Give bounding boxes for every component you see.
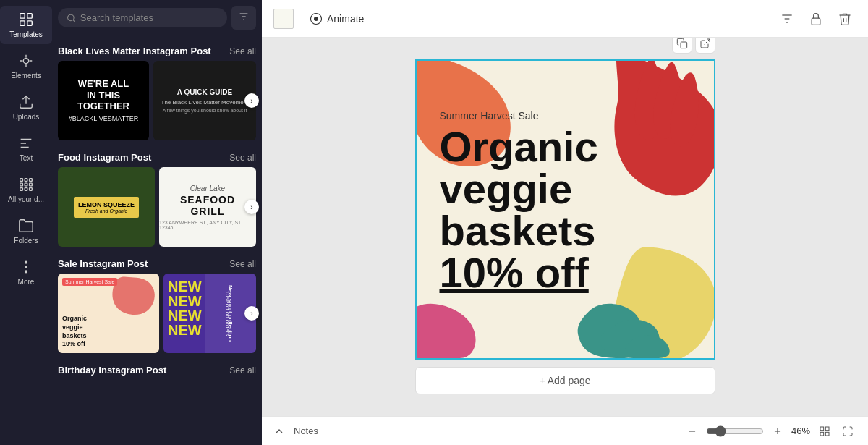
- canvas-frame[interactable]: Summer Harvest Sale Organic veggie baske…: [415, 59, 715, 360]
- svg-rect-2: [20, 21, 25, 25]
- apps-icon: [18, 177, 34, 192]
- blm-next-arrow[interactable]: ›: [244, 93, 259, 108]
- grid-view-button[interactable]: [816, 423, 833, 440]
- svg-rect-6: [20, 179, 23, 182]
- zoom-out-button[interactable]: [684, 423, 700, 439]
- sidebar-label-uploads: Uploads: [13, 113, 40, 121]
- section-birthday-see-all[interactable]: See all: [229, 365, 256, 376]
- sale-template-row: Summer Harvest Sale Organic veggie baske…: [58, 274, 256, 353]
- sidebar-item-more[interactable]: More: [0, 253, 52, 292]
- notes-label: Notes: [294, 425, 318, 436]
- filter-button[interactable]: [231, 6, 256, 30]
- bottom-right: 46%: [684, 423, 856, 440]
- blm-guide-body: A few things you should know about it: [161, 108, 249, 113]
- canvas-line4: 10% off: [440, 252, 598, 294]
- plus-icon: [773, 426, 783, 436]
- blm-template-1[interactable]: WE'RE ALL IN THIS TOGETHER #BLACKLIVESMA…: [58, 61, 149, 140]
- templates-scroll: Black Lives Matter Instagram Post See al…: [52, 35, 262, 445]
- search-bar: [52, 0, 262, 35]
- filter-top-icon: [780, 12, 794, 26]
- blm-guide-sub: The Black Lives Matter Movement: [161, 99, 249, 106]
- svg-rect-10: [25, 183, 27, 186]
- canvas-line1: Organic: [440, 126, 598, 168]
- sale-template-2[interactable]: NEW NEW NEW NEW New sport collection 10%…: [163, 274, 256, 353]
- food-template-row: LEMON SQUEEZE Fresh and Organic Clear La…: [58, 167, 256, 247]
- grid-view-icon: [819, 425, 830, 437]
- add-page-button[interactable]: + Add page: [415, 367, 715, 394]
- sidebar-label-templates: Templates: [9, 30, 43, 38]
- zoom-slider[interactable]: [706, 425, 764, 437]
- dots-icon: [18, 259, 34, 275]
- canvas-actions: [672, 38, 715, 54]
- chevron-up-icon: [273, 425, 285, 437]
- section-blm-see-all[interactable]: See all: [229, 46, 256, 56]
- sidebar-item-all[interactable]: All your d...: [0, 171, 52, 209]
- food-template-2[interactable]: Clear Lake SEAFOODGRILL 123 ANYWHERE ST.…: [159, 167, 256, 247]
- filter-icon: [238, 11, 250, 22]
- zoom-level: 46%: [791, 425, 810, 436]
- zoom-in-button[interactable]: [770, 423, 786, 439]
- sidebar-label-text: Text: [20, 154, 33, 162]
- sale-thumb-text: Organic veggie baskets 10% off: [62, 315, 87, 349]
- sale-2-off: 10% off on orders: [224, 290, 231, 336]
- svg-rect-3: [27, 21, 32, 25]
- trash-button[interactable]: [833, 7, 856, 30]
- section-birthday: Birthday Instagram Post See all: [58, 357, 256, 380]
- folder-icon: [18, 218, 34, 234]
- canvas-line2: veggie: [440, 168, 598, 210]
- fullscreen-icon: [842, 425, 854, 437]
- export-canvas-button[interactable]: [695, 38, 715, 54]
- blm-text-1: WE'RE ALL IN THIS TOGETHER #BLACKLIVESMA…: [69, 78, 138, 123]
- svg-rect-9: [20, 183, 23, 186]
- canvas-text-block[interactable]: Summer Harvest Sale Organic veggie baske…: [440, 110, 598, 294]
- elements-icon: [18, 53, 34, 69]
- svg-rect-8: [30, 179, 33, 182]
- sidebar-item-templates[interactable]: Templates: [0, 6, 52, 44]
- food-next-arrow[interactable]: ›: [244, 200, 259, 214]
- filter-top-button[interactable]: [775, 7, 799, 30]
- page-thumbnail: [273, 9, 294, 29]
- svg-rect-13: [25, 188, 27, 191]
- section-sale-see-all[interactable]: See all: [229, 259, 256, 269]
- svg-point-4: [23, 58, 28, 63]
- canvas-line3: baskets: [440, 210, 598, 252]
- sale-template-1[interactable]: Summer Harvest Sale Organic veggie baske…: [58, 274, 159, 353]
- svg-rect-14: [30, 188, 33, 191]
- upload-icon: [18, 94, 34, 110]
- sidebar-label-elements: Elements: [11, 72, 41, 80]
- icon-sidebar: Templates Elements Uploads Text All your…: [0, 0, 52, 445]
- grid-icon: [18, 12, 34, 27]
- blm-template-2[interactable]: A QUICK GUIDE The Black Lives Matter Mov…: [153, 61, 256, 140]
- svg-rect-28: [812, 18, 820, 25]
- copy-icon: [676, 38, 688, 49]
- section-blm: Black Lives Matter Instagram Post See al…: [58, 38, 256, 61]
- search-input[interactable]: [80, 12, 218, 23]
- sidebar-item-folders[interactable]: Folders: [0, 212, 52, 250]
- svg-point-24: [314, 17, 318, 21]
- bottom-bar: Notes 46%: [262, 416, 868, 445]
- section-birthday-title: Birthday Instagram Post: [58, 365, 166, 376]
- sidebar-item-text[interactable]: Text: [0, 130, 52, 168]
- lock-button[interactable]: [804, 7, 827, 30]
- copy-canvas-button[interactable]: [672, 38, 692, 54]
- section-food: Food Instagram Post See all: [58, 145, 256, 167]
- sidebar-label-more: More: [18, 278, 35, 286]
- food-template-1[interactable]: LEMON SQUEEZE Fresh and Organic: [58, 167, 155, 247]
- svg-point-16: [25, 266, 27, 268]
- svg-line-19: [73, 20, 75, 21]
- section-food-see-all[interactable]: See all: [229, 153, 256, 163]
- sidebar-item-elements[interactable]: Elements: [0, 47, 52, 85]
- main-area: Animate: [262, 0, 868, 445]
- search-icon: [67, 13, 76, 23]
- section-sale-title: Sale Instagram Post: [58, 258, 148, 269]
- minus-icon: [687, 426, 697, 436]
- fullscreen-button[interactable]: [839, 423, 856, 440]
- sale-badge: Summer Harvest Sale: [62, 278, 117, 286]
- blm-guide-text: A QUICK GUIDE: [161, 88, 249, 96]
- search-input-wrap[interactable]: [58, 8, 227, 27]
- sale-next-arrow[interactable]: ›: [244, 306, 259, 321]
- animate-button[interactable]: Animate: [302, 8, 371, 30]
- sidebar-item-uploads[interactable]: Uploads: [0, 88, 52, 127]
- section-food-title: Food Instagram Post: [58, 152, 151, 163]
- svg-rect-29: [681, 42, 687, 48]
